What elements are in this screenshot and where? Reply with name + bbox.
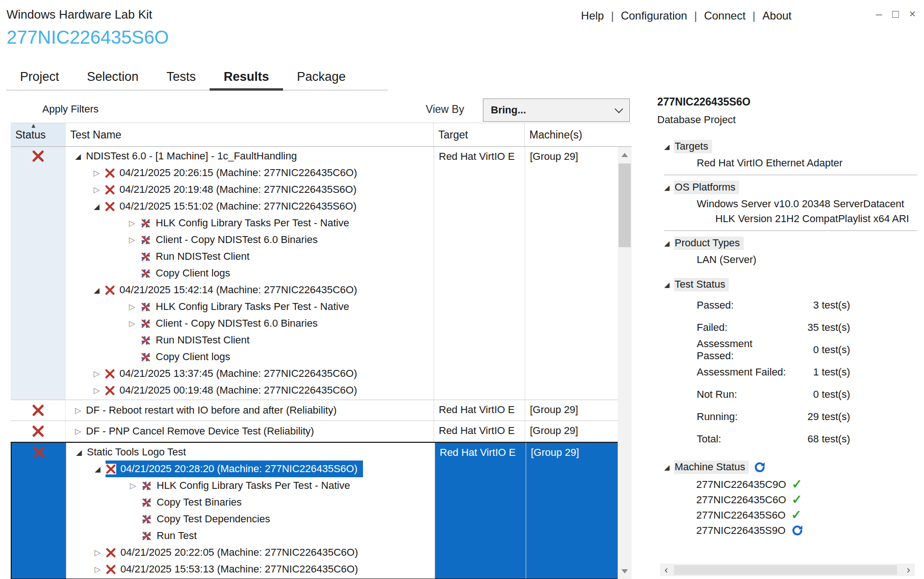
menu-item-about[interactable]: About <box>762 9 792 22</box>
tree-item[interactable]: ▷ 04/21/2025 20:19:48 (Machine: 277NIC22… <box>66 181 434 198</box>
tree-item-selected[interactable]: ◢ 04/21/2025 20:28:20 (Machine: 277NIC22… <box>66 461 435 477</box>
expander-collapsed-icon[interactable]: ▷ <box>124 218 140 228</box>
section-product-types[interactable]: ◢ Product Types <box>664 237 917 250</box>
section-targets[interactable]: ◢ Targets <box>664 140 917 153</box>
tree-item[interactable]: ▷ Run NDISTest Client <box>66 248 434 265</box>
tree-item[interactable]: ▷ HLK Config Library Tasks Per Test - Na… <box>66 215 434 231</box>
task-icon <box>141 480 152 492</box>
tree-item[interactable]: ◢ Static Tools Logo Test <box>66 444 435 461</box>
tree-item[interactable]: ▷ Copy Client logs <box>66 349 434 365</box>
view-by-label: View By <box>426 103 464 116</box>
menu-item-configuration[interactable]: Configuration <box>621 9 687 22</box>
tree-item[interactable]: ▷ 04/21/2025 13:37:45 (Machine: 277NIC22… <box>66 365 434 382</box>
menu-item-help[interactable]: Help <box>581 9 604 22</box>
scroll-down-icon[interactable] <box>618 564 632 578</box>
expander-expanded-icon[interactable]: ◢ <box>664 143 670 151</box>
test-status-value: 0 test(s) <box>792 388 850 401</box>
expander-collapsed-icon[interactable]: ▷ <box>70 427 86 436</box>
menu-item-connect[interactable]: Connect <box>704 9 746 22</box>
tab-project[interactable]: Project <box>6 65 73 90</box>
expander-collapsed-icon[interactable]: ▷ <box>124 319 140 329</box>
tree-item[interactable]: ▷ Copy Test Binaries <box>66 494 435 511</box>
test-status-value: 0 test(s) <box>792 344 850 356</box>
scroll-right-icon[interactable]: › <box>902 564 915 576</box>
tree-item[interactable]: ◢ 04/21/2025 15:51:02 (Machine: 277NIC22… <box>66 198 434 215</box>
task-label: HLK Config Library Tasks Per Test - Nati… <box>157 480 350 492</box>
test-result-label: 04/21/2025 15:53:13 (Machine: 277NIC2264… <box>120 563 358 575</box>
section-machine-status-label: Machine Status <box>674 461 749 474</box>
column-header-status[interactable]: ▲ Status <box>11 123 66 146</box>
tree-item[interactable]: ▷ 04/21/2025 00:19:48 (Machine: 277NIC22… <box>66 382 434 399</box>
expander-expanded-icon[interactable]: ◢ <box>664 239 670 248</box>
test-result-label: 04/21/2025 15:51:02 (Machine: 277NIC2264… <box>119 200 356 212</box>
scrollbar-thumb[interactable] <box>619 164 631 247</box>
section-machine-status[interactable]: ◢ Machine Status <box>664 461 917 474</box>
close-icon[interactable]: × <box>909 8 916 20</box>
minimize-icon[interactable]: – <box>876 8 882 20</box>
expander-expanded-icon[interactable]: ◢ <box>70 152 86 161</box>
view-by-dropdown[interactable]: Bring... <box>483 99 630 122</box>
expander-expanded-icon[interactable]: ◢ <box>89 202 105 211</box>
column-header-machines[interactable]: Machine(s) <box>525 123 618 146</box>
machine-status-list: 277NIC226435C9O ✓ 277NIC226435C6O ✓ 277N… <box>657 477 917 538</box>
table-row[interactable]: ▷ DF - PNP Cancel Remove Device Test (Re… <box>11 421 618 442</box>
maximize-icon[interactable]: □ <box>892 8 899 20</box>
column-header-target[interactable]: Target <box>434 123 525 146</box>
task-icon <box>140 217 152 229</box>
tree-item[interactable]: ▷ HLK Config Library Tasks Per Test - Na… <box>66 477 435 494</box>
horizontal-scrollbar[interactable]: ‹ › <box>660 564 915 576</box>
expander-expanded-icon[interactable]: ◢ <box>664 463 670 472</box>
tree-item[interactable]: ▷ Run NDISTest Client <box>66 332 434 349</box>
apply-filters-button[interactable]: Apply Filters <box>42 103 99 115</box>
tree-item[interactable]: ◢ 04/21/2025 15:42:14 (Machine: 277NIC22… <box>66 282 434 298</box>
section-test-status[interactable]: ◢ Test Status <box>664 278 917 291</box>
expander-collapsed-icon[interactable]: ▷ <box>89 386 105 395</box>
scroll-up-icon[interactable] <box>618 148 632 162</box>
tree-item[interactable]: ▷ 04/21/2025 15:53:13 (Machine: 277NIC22… <box>66 561 435 578</box>
failed-icon <box>105 184 115 195</box>
expander-collapsed-icon[interactable]: ▷ <box>124 302 140 312</box>
section-os-platforms[interactable]: ◢ OS Platforms <box>664 181 917 194</box>
expander-expanded-icon[interactable]: ◢ <box>664 184 670 192</box>
table-row[interactable]: ▷ DF - Reboot restart with IO before and… <box>11 400 618 421</box>
expander-collapsed-icon[interactable]: ▷ <box>124 235 140 245</box>
tree-item[interactable]: ▷ DF - PNP Cancel Remove Device Test (Re… <box>66 422 434 441</box>
column-header-test-name[interactable]: Test Name <box>66 123 434 146</box>
tab-results[interactable]: Results <box>210 65 283 91</box>
tree-item[interactable]: ▷ Client - Copy NDISTest 6.0 Binaries <box>66 315 434 332</box>
expander-collapsed-icon[interactable]: ▷ <box>89 185 105 195</box>
scrollbar-thumb[interactable] <box>674 565 897 575</box>
test-status-label: Not Run: <box>697 388 792 401</box>
test-result-label: 04/21/2025 15:42:14 (Machine: 277NIC2264… <box>119 284 357 296</box>
expander-expanded-icon[interactable]: ◢ <box>89 286 105 295</box>
expander-expanded-icon[interactable]: ◢ <box>664 281 670 289</box>
expander-collapsed-icon[interactable]: ▷ <box>125 481 141 491</box>
expander-collapsed-icon[interactable]: ▷ <box>89 168 105 178</box>
tree-item[interactable]: ▷ Client - Copy NDISTest 6.0 Binaries <box>66 231 434 248</box>
scroll-left-icon[interactable]: ‹ <box>660 564 673 576</box>
expander-collapsed-icon[interactable]: ▷ <box>90 565 106 574</box>
expander-expanded-icon[interactable]: ◢ <box>71 448 87 457</box>
tree-item[interactable]: ▷ Copy Client logs <box>66 265 434 282</box>
tab-tests[interactable]: Tests <box>152 65 210 90</box>
tree-item[interactable]: ▷ HLK Config Library Tasks Per Test - Na… <box>66 298 434 315</box>
tree-item[interactable]: ▷ DF - Reboot restart with IO before and… <box>66 401 434 420</box>
table-row-selected[interactable]: ◢ Static Tools Logo Test ◢ 04/21/2025 20… <box>11 442 618 579</box>
task-label: Copy Client logs <box>156 351 230 363</box>
expander-expanded-icon[interactable]: ◢ <box>90 465 106 474</box>
vertical-scrollbar[interactable] <box>618 147 632 579</box>
tree-item[interactable]: ▷ Run Test <box>66 527 435 544</box>
tree-item[interactable]: ▷ 04/21/2025 20:26:15 (Machine: 277NIC22… <box>66 164 434 181</box>
tree-item[interactable]: ▷ Copy Test Dependencies <box>66 511 435 527</box>
test-name-label: DF - PNP Cancel Remove Device Test (Reli… <box>86 425 314 437</box>
tab-selection[interactable]: Selection <box>73 65 152 90</box>
machines-cell: [Group 29] <box>525 421 618 441</box>
expander-collapsed-icon[interactable]: ▷ <box>90 548 106 558</box>
tree-item[interactable]: ▷ 04/21/2025 20:22:05 (Machine: 277NIC22… <box>66 544 435 561</box>
expander-collapsed-icon[interactable]: ▷ <box>70 406 86 415</box>
separator <box>664 175 917 175</box>
tree-item[interactable]: ◢ NDISTest 6.0 - [1 Machine] - 1c_FaultH… <box>66 148 434 164</box>
tab-package[interactable]: Package <box>283 65 360 90</box>
expander-collapsed-icon[interactable]: ▷ <box>89 369 105 379</box>
table-row[interactable]: ◢ NDISTest 6.0 - [1 Machine] - 1c_FaultH… <box>11 147 618 400</box>
